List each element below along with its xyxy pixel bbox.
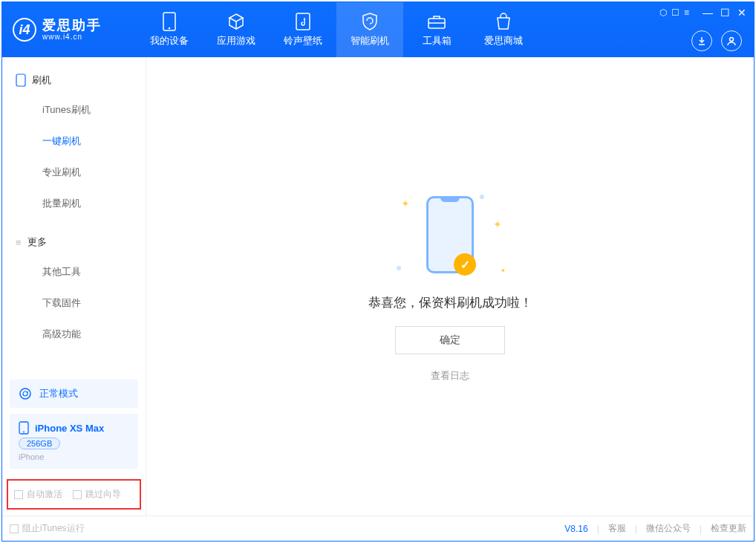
app-window: i4 爱思助手 www.i4.cn 我的设备 应用游戏 铃声壁纸 智能刷机 <box>1 1 755 542</box>
tab-apps-games[interactable]: 应用游戏 <box>203 2 270 57</box>
main-content: ✦ ✦ • ✓ 恭喜您，保资料刷机成功啦！ 确定 查看日志 <box>146 57 754 516</box>
header-right: ⬡ ☐ ≡ ― ☐ ✕ <box>659 7 746 19</box>
link-support[interactable]: 客服 <box>608 522 626 535</box>
device-icon <box>160 12 179 31</box>
sidebar-item-advanced[interactable]: 高级功能 <box>2 319 146 350</box>
tshirt-icon[interactable]: ⬡ <box>659 7 667 18</box>
music-file-icon <box>293 12 313 31</box>
sidebar-item-pro[interactable]: 专业刷机 <box>2 157 146 188</box>
sidebar-item-firmware[interactable]: 下载固件 <box>2 287 146 319</box>
sidebar-section-flash: 刷机 iTunes刷机 一键刷机 专业刷机 批量刷机 <box>2 57 146 219</box>
device-type: iPhone <box>19 452 44 461</box>
footer-bar: 阻止iTunes运行 V8.16 | 客服 | 微信公众号 | 检查更新 <box>2 516 754 541</box>
tab-ringtones[interactable]: 铃声壁纸 <box>270 2 336 57</box>
tab-label: 铃声壁纸 <box>284 34 322 48</box>
device-name: iPhone XS Max <box>35 423 104 434</box>
tab-toolbox[interactable]: 工具箱 <box>403 2 470 57</box>
footer-left: 阻止iTunes运行 <box>10 522 85 535</box>
main-tabs: 我的设备 应用游戏 铃声壁纸 智能刷机 工具箱 爱思商城 <box>136 2 537 57</box>
app-name: 爱思助手 <box>42 19 102 33</box>
confirm-button[interactable]: 确定 <box>395 326 505 354</box>
shield-refresh-icon <box>360 12 379 31</box>
svg-point-4 <box>730 38 734 42</box>
sidebar-header-more: ≡ 更多 <box>2 228 146 256</box>
link-update[interactable]: 检查更新 <box>711 522 746 535</box>
device-card[interactable]: iPhone XS Max 256GB iPhone <box>10 414 138 469</box>
section-title: 更多 <box>27 235 47 249</box>
checkbox-label: 自动激活 <box>27 488 62 501</box>
svg-rect-5 <box>16 74 25 86</box>
dot-icon <box>480 195 484 199</box>
tab-label: 智能刷机 <box>351 34 389 48</box>
download-button[interactable] <box>691 30 712 51</box>
svg-point-8 <box>23 432 25 433</box>
separator: | <box>635 524 637 534</box>
success-message: 恭喜您，保资料刷机成功啦！ <box>368 294 532 311</box>
body: 刷机 iTunes刷机 一键刷机 专业刷机 批量刷机 ≡ 更多 其他工具 下载固… <box>2 57 754 516</box>
checkbox-skip-guide[interactable]: 跳过向导 <box>73 488 121 501</box>
sparkle-icon: • <box>501 264 505 276</box>
phone-icon <box>19 421 29 435</box>
checkbox-auto-activate[interactable]: 自动激活 <box>14 488 62 501</box>
sidebar-item-oneclick[interactable]: 一键刷机 <box>2 126 146 157</box>
device-top: iPhone XS Max <box>19 421 104 435</box>
svg-point-1 <box>169 27 170 29</box>
tab-label: 工具箱 <box>423 34 452 48</box>
minimize-button[interactable]: ― <box>703 7 713 19</box>
status-card[interactable]: 正常模式 <box>10 380 138 408</box>
header-utility-icons: ⬡ ☐ ≡ <box>659 7 689 18</box>
sync-icon <box>19 387 32 400</box>
phone-outline-icon <box>16 74 26 87</box>
logo-icon: i4 <box>13 18 36 42</box>
view-log-link[interactable]: 查看日志 <box>431 369 469 383</box>
separator: | <box>597 524 599 534</box>
options-highlight-box: 自动激活 跳过向导 <box>7 479 141 510</box>
tab-label: 爱思商城 <box>484 34 523 48</box>
footer-right: V8.16 | 客服 | 微信公众号 | 检查更新 <box>564 522 746 535</box>
checkbox-icon <box>14 490 23 499</box>
sidebar-section-more: ≡ 更多 其他工具 下载固件 高级功能 <box>2 219 146 350</box>
checkbox-icon <box>73 490 82 499</box>
sidebar-header-flash: 刷机 <box>2 66 146 94</box>
link-wechat[interactable]: 微信公众号 <box>646 522 691 535</box>
box-icon[interactable]: ☐ <box>671 7 680 18</box>
app-url: www.i4.cn <box>42 33 102 41</box>
status-text: 正常模式 <box>39 387 78 400</box>
logo-section: i4 爱思助手 www.i4.cn <box>2 18 136 42</box>
sparkle-icon: ✦ <box>401 198 410 209</box>
cube-icon <box>227 12 246 31</box>
tab-label: 我的设备 <box>150 34 189 48</box>
phone-graphic: ✓ <box>426 196 474 273</box>
checkmark-badge-icon: ✓ <box>454 253 476 276</box>
checkbox-label: 跳过向导 <box>85 488 121 501</box>
sidebar-item-itunes[interactable]: iTunes刷机 <box>2 94 146 126</box>
device-capacity: 256GB <box>19 438 60 449</box>
dot-icon <box>397 266 401 270</box>
tab-my-device[interactable]: 我的设备 <box>136 2 203 57</box>
device-panel: 正常模式 iPhone XS Max 256GB iPhone <box>2 380 146 475</box>
section-title: 刷机 <box>32 74 51 87</box>
success-illustration: ✦ ✦ • ✓ <box>391 190 509 279</box>
header-account <box>691 30 742 51</box>
maximize-button[interactable]: ☐ <box>720 7 730 19</box>
header-bar: i4 爱思助手 www.i4.cn 我的设备 应用游戏 铃声壁纸 智能刷机 <box>2 2 754 57</box>
sidebar-item-other[interactable]: 其他工具 <box>2 256 146 287</box>
sparkle-icon: ✦ <box>493 218 502 230</box>
user-button[interactable] <box>721 30 742 51</box>
window-controls: ― ☐ ✕ <box>703 7 746 19</box>
bag-icon <box>494 12 513 31</box>
tab-smart-flash[interactable]: 智能刷机 <box>336 2 403 57</box>
tab-store[interactable]: 爱思商城 <box>470 2 537 57</box>
close-button[interactable]: ✕ <box>737 7 746 19</box>
version-text: V8.16 <box>564 524 587 534</box>
checkbox-icon <box>10 524 19 533</box>
checkbox-label: 阻止iTunes运行 <box>22 522 85 535</box>
menu-icon[interactable]: ≡ <box>684 7 689 18</box>
separator: | <box>700 524 702 534</box>
sidebar-item-batch[interactable]: 批量刷机 <box>2 188 146 219</box>
toolbox-icon <box>427 12 446 31</box>
logo-text: 爱思助手 www.i4.cn <box>42 19 102 42</box>
tab-label: 应用游戏 <box>217 34 255 48</box>
checkbox-block-itunes[interactable]: 阻止iTunes运行 <box>10 522 85 535</box>
svg-rect-2 <box>296 13 310 30</box>
